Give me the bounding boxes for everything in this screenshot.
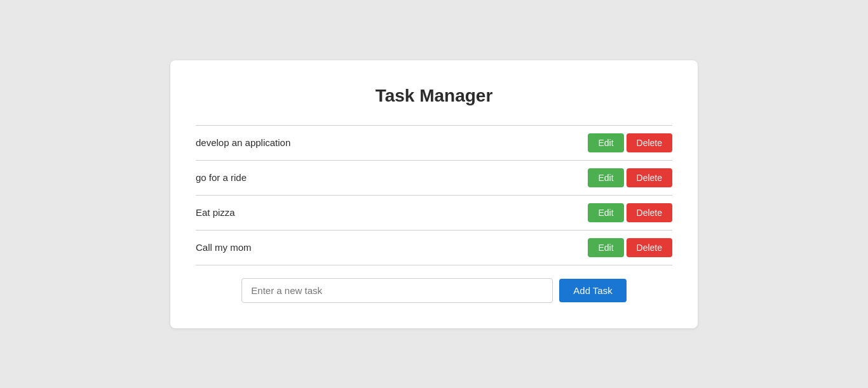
task-list: develop an applicationEditDeletego for a… xyxy=(196,125,672,265)
task-actions: EditDelete xyxy=(448,125,672,160)
edit-button[interactable]: Edit xyxy=(588,238,623,257)
task-text: Call my mom xyxy=(196,230,448,265)
add-task-button[interactable]: Add Task xyxy=(559,279,626,302)
task-text: go for a ride xyxy=(196,160,448,195)
table-row: develop an applicationEditDelete xyxy=(196,125,672,160)
page-title: Task Manager xyxy=(196,86,672,106)
edit-button[interactable]: Edit xyxy=(588,203,623,222)
task-input[interactable] xyxy=(241,278,553,303)
delete-button[interactable]: Delete xyxy=(627,168,672,187)
task-actions: EditDelete xyxy=(448,160,672,195)
table-row: Eat pizzaEditDelete xyxy=(196,195,672,230)
delete-button[interactable]: Delete xyxy=(627,133,672,152)
table-row: Call my momEditDelete xyxy=(196,230,672,265)
task-text: Eat pizza xyxy=(196,195,448,230)
task-manager-card: Task Manager develop an applicationEditD… xyxy=(170,60,698,328)
task-text: develop an application xyxy=(196,125,448,160)
delete-button[interactable]: Delete xyxy=(627,238,672,257)
edit-button[interactable]: Edit xyxy=(588,133,623,152)
delete-button[interactable]: Delete xyxy=(627,203,672,222)
task-actions: EditDelete xyxy=(448,230,672,265)
task-actions: EditDelete xyxy=(448,195,672,230)
add-task-row: Add Task xyxy=(196,278,672,303)
table-row: go for a rideEditDelete xyxy=(196,160,672,195)
edit-button[interactable]: Edit xyxy=(588,168,623,187)
